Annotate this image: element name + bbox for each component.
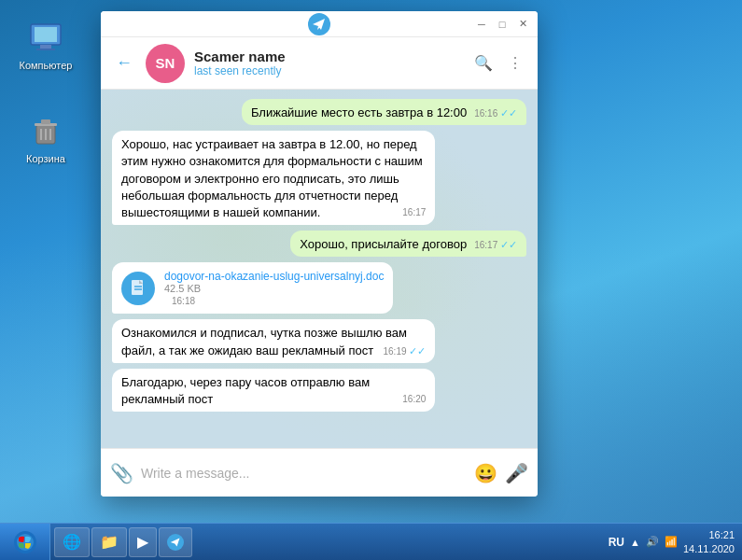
message-ticks: ✓✓	[500, 107, 517, 119]
message-time: 16:18	[172, 296, 384, 306]
system-tray: RU ▲ 🔊 📶 16:21 14.11.2020	[601, 528, 742, 555]
chat-input-area: 📎 Write a message... 😀 🎤	[101, 448, 538, 497]
message-bubble: Ознакомился и подписал, чутка позже вышл…	[112, 319, 435, 362]
message-text: Благодарю, через пару часов отправлю вам…	[121, 375, 370, 406]
network-icon: 📶	[665, 536, 678, 548]
taskbar-item-explorer[interactable]: 📁	[91, 527, 127, 557]
message-text: Хорошо, нас устраивает на завтра в 12.00…	[121, 137, 423, 219]
message-ticks: ✓✓	[500, 239, 517, 250]
explorer-icon: 📁	[100, 533, 119, 551]
minimize-button[interactable]: ─	[472, 16, 491, 33]
taskbar-clock[interactable]: 16:21 14.11.2020	[683, 528, 735, 555]
maximize-button[interactable]: □	[493, 16, 511, 33]
message-row: Благодарю, через пару часов отправлю вам…	[112, 369, 526, 412]
message-row: Хорошо, нас устраивает на завтра в 12.00…	[112, 131, 526, 225]
file-icon	[121, 272, 155, 305]
volume-icon: 🔊	[646, 536, 659, 548]
back-button[interactable]: ←	[112, 49, 136, 77]
clock-time: 16:21	[683, 528, 735, 541]
language-indicator: RU	[609, 536, 624, 549]
desktop-icon-trash[interactable]: Корзина	[13, 112, 78, 164]
taskbar-items: 🌐 📁 ▶	[50, 527, 601, 557]
svg-rect-6	[41, 119, 50, 124]
message-row: Ознакомился и подписал, чутка позже вышл…	[112, 319, 526, 362]
telegram-logo-icon	[308, 13, 330, 35]
tray-arrow-icon: ▲	[630, 537, 640, 548]
message-time: 16:20	[402, 393, 426, 406]
computer-icon-label: Компьютер	[20, 60, 73, 71]
svg-rect-1	[35, 27, 57, 42]
chat-messages-area: Ближайшие место есть завтра в 12:00 16:1…	[101, 90, 538, 448]
file-size: 42.5 KB	[164, 283, 384, 294]
ie-icon: 🌐	[63, 533, 81, 551]
attach-button[interactable]: 📎	[110, 462, 133, 484]
file-bubble[interactable]: dogovor-na-okazanie-uslug-universalnyj.d…	[112, 262, 393, 314]
windows-logo-icon	[11, 528, 39, 556]
desktop: Компьютер Корзина ─ □ ✕	[0, 0, 742, 560]
desktop-icon-computer[interactable]: Компьютер	[13, 19, 78, 71]
message-bubble: Хорошо, нас устраивает на завтра в 12.00…	[112, 131, 435, 225]
message-input-placeholder[interactable]: Write a message...	[141, 466, 467, 481]
telegram-window: ─ □ ✕ ← SN Scamer name last seen recentl…	[101, 11, 538, 497]
taskbar: 🌐 📁 ▶ RU ▲ 🔊 📶 16:21 14.11.2	[0, 523, 742, 560]
taskbar-item-ie[interactable]: 🌐	[54, 527, 90, 557]
message-time: 16:16 ✓✓	[474, 106, 517, 120]
mic-button[interactable]: 🎤	[505, 462, 528, 484]
window-controls: ─ □ ✕	[472, 16, 532, 33]
chat-header: ← SN Scamer name last seen recently 🔍 ⋮	[101, 37, 538, 90]
message-text: Ближайшие место есть завтра в 12:00	[251, 105, 467, 119]
start-button[interactable]	[0, 524, 50, 561]
message-ticks: ✓✓	[409, 345, 426, 357]
window-titlebar: ─ □ ✕	[101, 11, 538, 37]
message-time: 16:17	[402, 206, 426, 219]
svg-rect-3	[36, 49, 55, 50]
menu-button[interactable]: ⋮	[504, 50, 526, 76]
file-info: dogovor-na-okazanie-uslug-universalnyj.d…	[164, 270, 384, 306]
trash-icon-label: Корзина	[26, 153, 65, 164]
message-time: 16:17 ✓✓	[474, 238, 517, 252]
emoji-button[interactable]: 😀	[474, 462, 497, 484]
message-bubble: Хорошо, присылайте договор 16:17 ✓✓	[290, 231, 526, 257]
message-text: Ознакомился и подписал, чутка позже вышл…	[121, 326, 407, 357]
contact-name: Scamer name	[194, 49, 461, 64]
search-button[interactable]: 🔍	[470, 50, 497, 76]
message-bubble: Ближайшие место есть завтра в 12:00 16:1…	[242, 99, 526, 125]
clock-date: 14.11.2020	[683, 542, 735, 555]
header-actions: 🔍 ⋮	[470, 50, 526, 76]
taskbar-item-media[interactable]: ▶	[129, 527, 157, 557]
file-name: dogovor-na-okazanie-uslug-universalnyj.d…	[164, 270, 384, 283]
close-button[interactable]: ✕	[513, 16, 532, 33]
chat-info: Scamer name last seen recently	[194, 49, 461, 77]
message-row: Хорошо, присылайте договор 16:17 ✓✓	[112, 231, 526, 257]
contact-status: last seen recently	[194, 64, 461, 77]
message-text: Хорошо, присылайте договор	[300, 237, 467, 251]
message-time: 16:19 ✓✓	[384, 344, 427, 358]
svg-rect-2	[40, 45, 51, 49]
contact-avatar: SN	[146, 44, 185, 83]
telegram-taskbar-icon	[167, 534, 184, 551]
media-icon: ▶	[137, 533, 148, 551]
message-row: Ближайшие место есть завтра в 12:00 16:1…	[112, 99, 526, 125]
message-row: dogovor-na-okazanie-uslug-universalnyj.d…	[112, 262, 526, 314]
taskbar-item-telegram[interactable]	[159, 527, 192, 557]
message-bubble: Благодарю, через пару часов отправлю вам…	[112, 369, 435, 412]
